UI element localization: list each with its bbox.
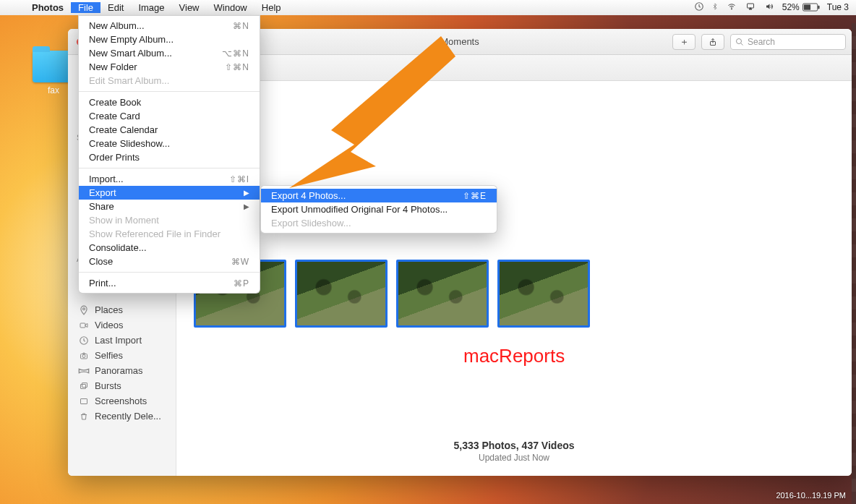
watermark-text: macReports	[463, 345, 565, 367]
menu-view[interactable]: View	[172, 2, 207, 13]
svg-rect-13	[81, 384, 86, 388]
menu-item-shortcut: ⌘N	[233, 21, 249, 31]
svg-point-7	[737, 38, 742, 43]
pano-icon	[78, 366, 90, 376]
menu-item: Show Referenced File in Finder	[79, 227, 260, 241]
content-area: macReports Sep 26 〉 5,333 Photos, 437 Vi…	[176, 55, 852, 476]
sidebar-item-pano[interactable]: Panoramas	[68, 363, 176, 378]
menu-item[interactable]: Create Card	[79, 109, 260, 123]
video-icon	[78, 320, 90, 330]
menubar-clock[interactable]: Tue 3	[827, 2, 849, 12]
sidebar-item-camera[interactable]: Selfies	[68, 348, 176, 363]
share-button[interactable]	[701, 34, 724, 50]
menu-item-label: Close	[89, 256, 214, 267]
volume-icon[interactable]	[763, 2, 775, 13]
burst-icon	[78, 381, 90, 391]
menu-item-label: Consolidate...	[89, 242, 249, 253]
svg-rect-5	[804, 4, 810, 9]
sidebar-item-places[interactable]: Places	[68, 302, 176, 317]
export-submenu: Export 4 Photos...⇧⌘EExport Unmodified O…	[260, 185, 497, 234]
submenu-arrow-icon: ▶	[244, 189, 249, 197]
search-placeholder: Search	[748, 37, 775, 47]
search-input[interactable]: Search	[730, 34, 846, 50]
menu-window[interactable]: Window	[207, 2, 254, 13]
menu-item[interactable]: Create Calendar	[79, 123, 260, 137]
menu-item-label: Order Prints	[89, 152, 249, 163]
svg-rect-9	[80, 323, 85, 328]
submenu-arrow-icon: ▶	[244, 202, 249, 210]
menu-item[interactable]: Close⌘W	[79, 255, 260, 268]
footer-count: 5,333 Photos, 437 Videos	[176, 440, 852, 451]
menu-item[interactable]: Export 4 Photos...⇧⌘E	[261, 189, 497, 202]
svg-point-12	[82, 354, 85, 357]
sidebar-item-video[interactable]: Videos	[68, 317, 176, 333]
sidebar-item-label: Panoramas	[95, 365, 142, 376]
menu-item[interactable]: Create Slideshow...	[79, 137, 260, 150]
right-edge-strip	[852, 23, 856, 504]
menu-item[interactable]: Order Prints	[79, 150, 260, 164]
menu-separator	[79, 272, 260, 273]
sidebar-item-label: Selfies	[95, 350, 123, 361]
menu-item-label: Export	[89, 187, 231, 198]
trash-icon	[78, 411, 90, 422]
menu-item[interactable]: Import...⇧⌘I	[79, 172, 260, 186]
menu-item: Show in Moment	[79, 213, 260, 227]
menu-item-label: Share	[89, 201, 231, 212]
menu-item-shortcut: ⌘P	[234, 278, 249, 289]
sidebar-item-label: Screenshots	[95, 396, 147, 406]
menu-item-label: Edit Smart Album...	[89, 75, 249, 86]
menu-item-label: Print...	[89, 278, 216, 289]
menu-help[interactable]: Help	[254, 2, 288, 13]
photo-thumbnail[interactable]	[295, 260, 388, 328]
menu-item-shortcut: ⌘W	[231, 257, 249, 267]
menu-item-label: Create Slideshow...	[89, 138, 249, 149]
search-icon	[735, 38, 744, 46]
menu-item[interactable]: New Folder⇧⌘N	[79, 60, 260, 74]
screenshot-icon	[78, 396, 90, 406]
app-name[interactable]: Photos	[25, 2, 71, 13]
camera-icon	[78, 351, 90, 361]
sidebar-item-trash[interactable]: Recently Dele...	[68, 409, 176, 424]
sidebar-item-label: Recently Dele...	[95, 411, 161, 422]
bluetooth-icon[interactable]	[711, 1, 719, 14]
menu-item[interactable]: New Smart Album...⌥⌘N	[79, 46, 260, 60]
battery-indicator[interactable]: 52%	[782, 2, 820, 12]
menu-item[interactable]: Share▶	[79, 200, 260, 213]
menu-item: Export Slideshow...	[261, 216, 497, 230]
sidebar-item-burst[interactable]: Bursts	[68, 378, 176, 393]
menu-item[interactable]: Export Unmodified Original For 4 Photos.…	[261, 202, 497, 216]
menu-item[interactable]: Print...⌘P	[79, 276, 260, 290]
menu-item-label: Show Referenced File in Finder	[89, 228, 249, 239]
menu-item-label: Export Slideshow...	[271, 218, 487, 228]
menu-edit[interactable]: Edit	[100, 2, 131, 13]
menu-item[interactable]: Consolidate...	[79, 241, 260, 255]
svg-rect-15	[81, 398, 87, 403]
sidebar-item-screenshot[interactable]: Screenshots	[68, 393, 176, 409]
timemachine-icon[interactable]	[694, 1, 704, 14]
desktop-filename: 2016-10...19.19 PM	[776, 491, 846, 500]
file-menu: New Album...⌘NNew Empty Album...New Smar…	[78, 15, 260, 294]
airplay-icon[interactable]	[745, 2, 756, 13]
menu-image[interactable]: Image	[131, 2, 171, 13]
menu-item-label: New Smart Album...	[89, 48, 205, 59]
menu-separator	[79, 168, 260, 168]
add-button[interactable]: ＋	[672, 34, 696, 50]
menu-item-label: New Album...	[89, 20, 215, 31]
content-toolbar	[176, 55, 852, 81]
svg-point-1	[731, 9, 732, 9]
menu-item[interactable]: New Empty Album...	[79, 33, 260, 46]
sidebar-item-label: Places	[95, 304, 123, 315]
menu-item[interactable]: New Album...⌘N	[79, 19, 260, 33]
menu-item: Edit Smart Album...	[79, 74, 260, 87]
sidebar-item-clock[interactable]: Last Import	[68, 333, 176, 348]
wifi-icon[interactable]	[726, 2, 737, 13]
photo-thumbnail[interactable]	[396, 260, 489, 328]
photo-thumbnail[interactable]	[497, 260, 590, 328]
menu-item-label: Import...	[89, 174, 212, 184]
menu-item-label: New Folder	[89, 61, 207, 72]
menu-item-shortcut: ⌥⌘N	[222, 48, 249, 59]
menu-item[interactable]: Create Book	[79, 95, 260, 109]
date-header[interactable]: Sep 26 〉	[194, 240, 834, 251]
menu-item[interactable]: Export▶	[79, 186, 260, 200]
menu-file[interactable]: File	[71, 2, 100, 13]
